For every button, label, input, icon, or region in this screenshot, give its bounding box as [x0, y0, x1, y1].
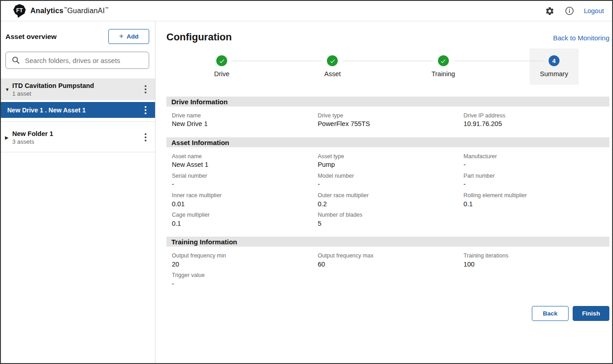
field: Training iterations100	[463, 252, 609, 268]
factorytalk-logo-icon: FT	[13, 4, 26, 18]
kebab-dot	[145, 136, 146, 138]
field: Output frequency min20	[172, 252, 318, 268]
configuration-stepper: DriveAssetTraining4Summary	[166, 49, 609, 85]
check-icon	[440, 58, 447, 64]
search-icon	[11, 56, 20, 65]
folder-info: ITD Cavitation Pumpstand1 asset	[12, 82, 140, 97]
step-complete-check-icon	[216, 55, 227, 66]
step-content[interactable]: 4Summary	[530, 49, 579, 85]
step-content[interactable]: Asset	[308, 49, 357, 85]
field-row: Asset nameNew Asset 1Asset typePumpManuf…	[172, 153, 609, 169]
field-label: Training iterations	[463, 252, 609, 259]
step-number-badge: 4	[549, 55, 559, 66]
field-value: -	[463, 161, 609, 169]
field-value: -	[463, 180, 609, 188]
wizard-actions: Back Finish	[166, 306, 609, 321]
field-value: 0.01	[172, 200, 318, 208]
field: Output frequency max60	[318, 252, 464, 268]
step-content[interactable]: Training	[419, 49, 468, 85]
search-box	[5, 52, 149, 69]
check-icon	[329, 58, 336, 64]
field-value: -	[318, 180, 464, 188]
section-fields: Output frequency min20Output frequency m…	[166, 247, 609, 294]
search-input[interactable]	[25, 57, 143, 64]
step-complete-check-icon	[327, 55, 338, 66]
field-value: 20	[172, 261, 318, 268]
sidebar-title: Asset overview	[5, 33, 57, 41]
svg-text:FT: FT	[16, 7, 23, 14]
field: Drive nameNew Drive 1	[172, 112, 318, 128]
brand-text: Analytics™GuardianAI™	[30, 7, 108, 15]
main-panel: Configuration Back to Monitoring DriveAs…	[156, 21, 612, 363]
field-value: PowerFlex 755TS	[318, 120, 464, 128]
field-label: Drive IP address	[463, 112, 609, 119]
sidebar-asset-row-selected[interactable]: New Drive 1 . New Asset 1	[1, 102, 155, 118]
back-to-monitoring-link[interactable]: Back to Monitoring	[553, 34, 609, 42]
field: Inner race multiplier0.01	[172, 192, 318, 208]
field-value: 0.1	[463, 200, 609, 208]
add-button-label: Add	[126, 33, 138, 40]
summary-section: Asset InformationAsset nameNew Asset 1As…	[166, 137, 609, 234]
kebab-menu-icon[interactable]	[140, 131, 151, 144]
folder-asset-count: 1 asset	[12, 90, 140, 97]
kebab-dot	[145, 112, 146, 114]
field-row: Cage multiplier0.1Number of blades5	[172, 212, 609, 227]
field: Drive typePowerFlex 755TS	[318, 112, 464, 128]
caret-down-icon[interactable]: ▼	[5, 87, 12, 92]
summary-section: Drive InformationDrive nameNew Drive 1Dr…	[166, 97, 609, 135]
sidebar: Asset overview + Add ▼ITD Cavitation Pum…	[1, 21, 156, 363]
step-number: 4	[552, 58, 556, 64]
info-icon[interactable]	[564, 6, 574, 16]
step-label: Drive	[214, 70, 229, 78]
field-label: Outer race multiplier	[318, 192, 464, 199]
step-label: Asset	[324, 70, 341, 78]
add-button[interactable]: + Add	[108, 29, 149, 44]
field-row: Serial number-Model number-Part number-	[172, 173, 609, 188]
step-complete-check-icon	[438, 55, 449, 66]
logout-link[interactable]: Logout	[584, 7, 604, 15]
step-content[interactable]: Drive	[197, 49, 246, 85]
stepper-step-summary: 4Summary	[499, 49, 609, 85]
plus-icon: +	[119, 32, 123, 40]
field: Asset typePump	[318, 153, 464, 169]
sidebar-folder-row[interactable]: ▼ITD Cavitation Pumpstand1 asset	[1, 78, 155, 100]
folder-info: New Folder 13 assets	[12, 130, 140, 145]
step-label: Summary	[540, 70, 568, 78]
caret-right-icon[interactable]: ▶	[5, 135, 12, 140]
header-actions: Logout	[545, 6, 604, 16]
field-value: 100	[463, 261, 609, 268]
folder-name: ITD Cavitation Pumpstand	[12, 82, 140, 89]
divider	[1, 121, 155, 122]
content-row: Asset overview + Add ▼ITD Cavitation Pum…	[1, 21, 612, 363]
folder-name: New Folder 1	[12, 130, 140, 137]
kebab-dot	[145, 106, 146, 108]
settings-gear-icon[interactable]	[545, 6, 555, 16]
summary-section: Training InformationOutput frequency min…	[166, 237, 609, 294]
field-value: 5	[318, 220, 464, 228]
field: Model number-	[318, 173, 464, 188]
field-label: Asset type	[318, 153, 464, 160]
kebab-dot	[145, 88, 146, 90]
field-row: Drive nameNew Drive 1Drive typePowerFlex…	[172, 112, 609, 128]
brand-primary: Analytics	[30, 7, 63, 15]
field: Asset nameNew Asset 1	[172, 153, 318, 169]
finish-button[interactable]: Finish	[573, 306, 609, 321]
app-window: FT Analytics™GuardianAI™ Logout Asset ov…	[0, 0, 613, 364]
field-row: Output frequency min20Output frequency m…	[172, 252, 609, 268]
section-header: Asset Information	[166, 137, 609, 147]
stepper-step-asset: Asset	[277, 49, 388, 85]
field-label: Part number	[463, 173, 609, 179]
page-title: Configuration	[166, 31, 232, 43]
kebab-menu-icon[interactable]	[140, 103, 151, 117]
field-value: 0.2	[318, 200, 464, 208]
field-label: Trigger value	[172, 272, 318, 278]
field: Outer race multiplier0.2	[318, 192, 464, 208]
field-label: Output frequency min	[172, 252, 318, 259]
kebab-menu-icon[interactable]	[140, 83, 151, 96]
asset-tree: ▼ITD Cavitation Pumpstand1 assetNew Driv…	[1, 78, 155, 152]
field: Part number-	[463, 173, 609, 188]
field-label: Serial number	[172, 173, 318, 179]
sidebar-folder-row[interactable]: ▶New Folder 13 assets	[1, 126, 155, 148]
kebab-dot	[145, 109, 146, 111]
back-button[interactable]: Back	[532, 306, 569, 321]
